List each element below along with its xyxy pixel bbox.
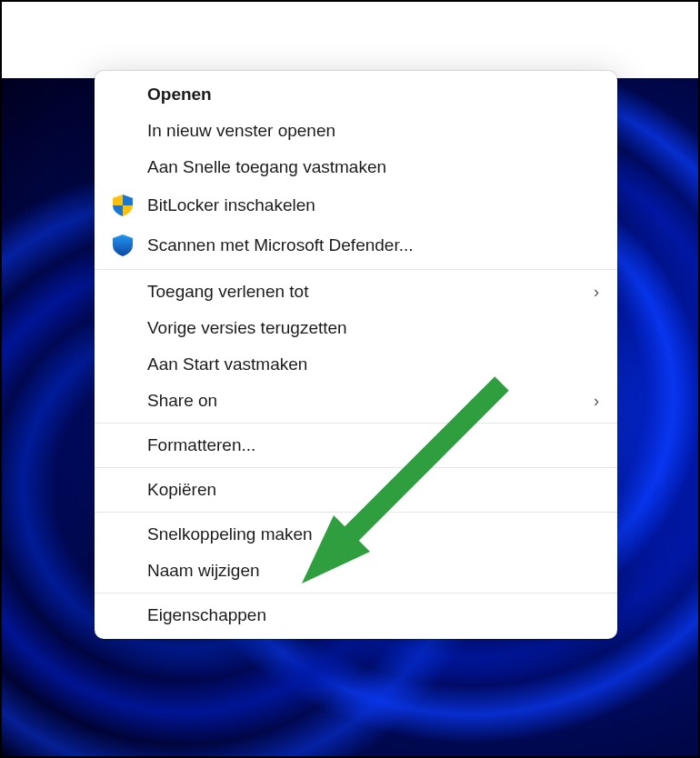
menu-item-label: BitLocker inschakelen	[147, 195, 599, 215]
menu-item-pin-start[interactable]: Aan Start vastmaken	[95, 346, 617, 383]
menu-item-label: Snelkoppeling maken	[147, 524, 599, 544]
menu-item-label: Toegang verlenen tot	[147, 282, 594, 302]
menu-item-properties[interactable]: Eigenschappen	[95, 597, 617, 633]
top-whitespace	[2, 2, 698, 78]
menu-separator	[95, 512, 617, 513]
menu-item-create-shortcut[interactable]: Snelkoppeling maken	[95, 516, 617, 553]
context-menu: OpenenIn nieuw venster openenAan Snelle …	[95, 71, 617, 639]
menu-item-rename[interactable]: Naam wijzigen	[95, 553, 617, 589]
menu-item-defender-scan[interactable]: Scannen met Microsoft Defender...	[95, 225, 617, 265]
menu-item-label: In nieuw venster openen	[147, 121, 599, 141]
menu-separator	[95, 423, 617, 424]
menu-separator	[95, 593, 617, 593]
menu-item-label: Scannen met Microsoft Defender...	[147, 235, 599, 255]
menu-item-grant-access[interactable]: Toegang verlenen tot›	[95, 274, 617, 310]
menu-item-share-on[interactable]: Share on›	[95, 383, 617, 419]
defender-shield-icon	[111, 234, 135, 257]
menu-item-label: Aan Start vastmaken	[147, 354, 599, 374]
menu-item-label: Eigenschappen	[147, 605, 599, 625]
menu-separator	[95, 269, 617, 270]
menu-item-label: Kopiëren	[147, 480, 599, 500]
uac-shield-icon	[111, 194, 135, 217]
menu-item-label: Formatteren...	[147, 435, 599, 455]
chevron-right-icon: ›	[594, 392, 599, 411]
menu-item-label: Aan Snelle toegang vastmaken	[147, 157, 599, 177]
menu-item-label: Share on	[147, 391, 594, 411]
menu-item-open[interactable]: Openen	[95, 76, 617, 113]
menu-item-bitlocker[interactable]: BitLocker inschakelen	[95, 185, 617, 225]
menu-item-label: Naam wijzigen	[147, 561, 599, 581]
menu-item-label: Openen	[147, 85, 599, 105]
menu-item-restore-versions[interactable]: Vorige versies terugzetten	[95, 310, 617, 346]
chevron-right-icon: ›	[594, 283, 599, 302]
menu-separator	[95, 467, 617, 468]
menu-item-copy[interactable]: Kopiëren	[95, 472, 617, 508]
menu-item-pin-quick-access[interactable]: Aan Snelle toegang vastmaken	[95, 149, 617, 185]
menu-item-label: Vorige versies terugzetten	[147, 318, 599, 338]
menu-item-open-new-window[interactable]: In nieuw venster openen	[95, 113, 617, 149]
menu-item-format[interactable]: Formatteren...	[95, 427, 617, 464]
